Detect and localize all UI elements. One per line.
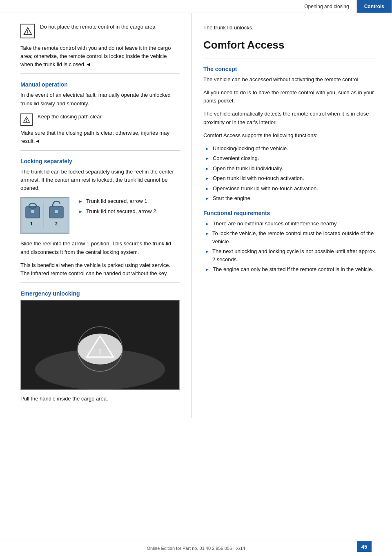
comfort-access-title: Comfort Access: [203, 39, 377, 51]
para-locking: The trunk lid can be locked separately u…: [20, 168, 180, 192]
list-item-trunk-not-secured: ► Trunk lid not secured, arrow 2.: [78, 207, 180, 216]
para-manual-op: In the event of an electrical fault, man…: [20, 91, 180, 107]
concept-para1: The vehicle can be accessed without acti…: [203, 76, 377, 84]
divider-3: [20, 282, 180, 283]
heading-emergency-unlocking: Emergency unlocking: [20, 290, 180, 297]
arrow-icon-2: ►: [78, 208, 83, 215]
svg-point-12: [55, 210, 58, 213]
concept-list-item-1: ► Unlocking/locking of the vehicle.: [205, 145, 377, 153]
page-footer: Online Edition for Part no. 01 40 2 956 …: [0, 540, 392, 556]
concept-para3: The vehicle automatically detects the re…: [203, 110, 377, 126]
heading-manual-operation: Manual operation: [20, 81, 180, 88]
svg-text:1: 1: [30, 221, 33, 226]
arrow-icon-f1: ►: [205, 220, 209, 227]
trunk-lock-figure: 1 2 ► Trunk lid secured, arrow 1. ► Trun…: [20, 197, 180, 234]
arrow-icon-c3: ►: [205, 165, 209, 172]
concept-list-item-6: ► Start the engine.: [205, 194, 377, 202]
concept-list-item-3: ► Open the trunk lid individually.: [205, 165, 377, 173]
trunk-lock-image-box: 1 2: [20, 197, 69, 234]
svg-point-2: [27, 33, 28, 33]
functional-list-item-2: ► To lock the vehicle, the remote contro…: [205, 229, 377, 245]
heading-locking-separately: Locking separately: [20, 158, 180, 165]
para-injuries: Make sure that the closing path is clear…: [20, 129, 180, 145]
arrow-icon-c6: ►: [205, 195, 209, 202]
divider-1: [20, 73, 180, 74]
functional-list: ► There are no external sources of inter…: [203, 220, 377, 274]
warning-icon-closing: [20, 113, 33, 126]
functional-list-item-1: ► There are no external sources of inter…: [205, 220, 377, 228]
concept-list-item-4: ► Open trunk lid with no-touch activatio…: [205, 174, 377, 182]
concept-para2: All you need to do is to have the remote…: [203, 89, 377, 105]
trunk-lock-list: ► Trunk lid secured, arrow 1. ► Trunk li…: [77, 197, 180, 219]
header-nav-opening-closing: Opening and closing: [297, 0, 356, 13]
page-header: Opening and closing Controls: [0, 0, 392, 13]
arrow-icon-c5: ►: [205, 185, 209, 192]
footer-text: Online Edition for Part no. 01 40 2 956 …: [147, 546, 245, 551]
functional-list-item-4: ► The engine can only be started if the …: [205, 265, 377, 274]
divider-comfort: [203, 58, 377, 58]
concept-list-item-2: ► Convenient closing.: [205, 154, 377, 162]
right-column: The trunk lid unlocks. Comfort Access Th…: [192, 13, 392, 418]
arrow-icon-f3: ►: [205, 248, 209, 255]
arrow-icon-c2: ►: [205, 155, 209, 162]
arrow-icon-c4: ►: [205, 175, 209, 182]
arrow-icon-f4: ►: [205, 266, 209, 273]
header-nav-controls: Controls: [357, 0, 392, 13]
warning-inline-closing: Keep the closing path clear: [20, 113, 180, 126]
arrow-icon-f2: ►: [205, 230, 209, 237]
para-remote-control: Take the remote control with you and do …: [20, 44, 180, 69]
arrow-icon-1: ►: [78, 198, 83, 205]
heading-functional-requirements: Functional requirements: [203, 210, 377, 216]
svg-point-5: [26, 121, 27, 121]
main-content: Do not place the remote control in the c…: [0, 13, 392, 418]
para-valet: This is beneficial when the vehicle is p…: [20, 261, 180, 278]
arrow-icon-c1: ►: [205, 145, 209, 152]
warning-text-keep-clear: Keep the closing path clear: [38, 113, 102, 121]
left-column: Do not place the remote control in the c…: [0, 13, 192, 418]
svg-text:2: 2: [55, 221, 58, 226]
warning-icon-triangle: [20, 24, 35, 38]
header-navigation: Opening and closing Controls: [297, 0, 392, 13]
svg-point-9: [31, 210, 34, 213]
page-number: 45: [357, 541, 372, 552]
functional-list-item-3: ► The next unlocking and locking cycle i…: [205, 247, 377, 263]
warning-text-remote: Do not place the remote control in the c…: [40, 23, 156, 31]
warning-box-remote: Do not place the remote control in the c…: [20, 23, 180, 38]
concept-para4: Comfort Access supports the following fu…: [203, 131, 377, 140]
list-item-trunk-secured: ► Trunk lid secured, arrow 1.: [78, 197, 180, 205]
svg-text:!: !: [99, 348, 101, 356]
heading-the-concept: The concept: [203, 66, 377, 72]
trunk-unlocks-text: The trunk lid unlocks.: [203, 24, 377, 31]
para-slide: Slide the reel into the arrow 1 position…: [20, 240, 180, 256]
concept-list: ► Unlocking/locking of the vehicle. ► Co…: [203, 145, 377, 202]
divider-2: [20, 150, 180, 151]
emergency-unlocking-image: !: [20, 300, 180, 390]
concept-list-item-5: ► Open/close trunk lid with no-touch act…: [205, 185, 377, 193]
emergency-caption: Pull the handle inside the cargo area.: [20, 395, 180, 403]
